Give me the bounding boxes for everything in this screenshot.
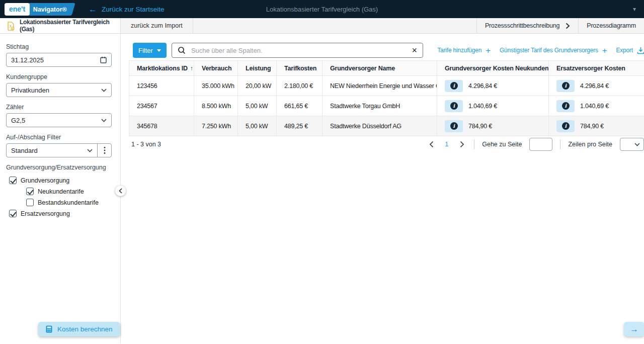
info-chip[interactable]: i [556,100,575,112]
next-step-button[interactable]: → [624,322,644,336]
cell-grundversorger: Stadtwerke Düsseldorf AG [323,116,437,136]
checkbox-box [26,199,34,206]
search-box: × [172,43,423,58]
back-link-label: Zurück zur Startseite [102,6,165,13]
cell-marktlokation: 123456 [129,76,194,96]
sort-asc-icon: ↑ [190,65,193,72]
chevron-down-icon [101,119,107,122]
chevron-right-icon [460,141,464,148]
info-chip[interactable]: i [556,80,575,92]
column-header-gv-kosten-neukunden[interactable]: Grundversorger Kosten Neukunden [437,61,549,76]
table-row[interactable]: 234567 8.500 kWh 5,00 kW 661,65 € Stadtw… [129,96,644,116]
checkbox-ersatzversorgung[interactable]: Ersatzversorgung [9,210,120,217]
info-icon: i [562,122,570,130]
plus-icon: + [602,46,607,55]
calculate-costs-label: Kosten berechnen [57,325,113,333]
cost-value: 784,90 € [580,123,604,130]
enet-navigator-logo: ene't Navigator® [5,3,73,16]
chevron-left-icon [119,188,122,194]
cell-verbrauch: 8.500 kWh [194,96,238,116]
column-header-marktlokation[interactable]: Marktlokations ID↑ [129,61,194,76]
document-icon [6,21,15,31]
goto-page-input[interactable] [529,138,552,151]
divider [560,139,560,149]
info-chip[interactable]: i [445,80,463,92]
pagination-bar: 1 - 3 von 3 1 Gehe zu Seite Zeilen p [129,136,644,152]
table-toolbar: Filter × Tarife hinzufügen + Günstigster… [133,43,644,58]
cell-marktlokation: 234567 [129,96,194,116]
next-page-button[interactable] [457,140,466,149]
cell-marktlokation: 345678 [129,116,194,136]
aufabschlag-select[interactable]: Standard [7,144,97,157]
aufabschlag-value: Standard [11,147,87,154]
sidebar-collapse-button[interactable] [115,186,126,196]
column-header-leistung[interactable]: Leistung [238,61,277,76]
info-chip[interactable]: i [556,120,575,132]
rows-per-page-select[interactable] [620,138,644,151]
tab-prozessschrittbeschreibung[interactable]: Prozessschrittbeschreibung [476,18,578,33]
cell-ersatzversorger-kosten: i 784,90 € [549,116,644,136]
table-row[interactable]: 345678 7.250 kWh 5,00 kW 489,25 € Stadtw… [129,116,644,136]
kundengruppe-select[interactable]: Privatkunden [6,83,112,97]
zaehler-value: G2,5 [11,117,101,124]
column-header-verbrauch[interactable]: Verbrauch [194,61,238,76]
caret-down-icon [157,49,161,52]
calculate-costs-button[interactable]: Kosten berechnen [38,322,120,336]
export-button[interactable]: Export [616,47,644,54]
kundengruppe-label: Kundengruppe [6,73,112,80]
chevron-down-icon [101,89,107,92]
tab-zurueck-zum-import[interactable]: zurück zum Import [121,18,193,33]
info-chip[interactable]: i [445,100,463,112]
aufabschlag-group: Auf-/Abschlag Filter Standard [6,134,112,157]
cost-value: 4.296,84 € [468,82,497,90]
cell-leistung: 20,00 kW [238,76,277,96]
cost-value: 1.040,69 € [580,103,609,110]
cell-grundversorger: Stadtwerke Torgau GmbH [323,96,437,116]
cell-gv-kosten-neukunden: i 4.296,84 € [437,76,549,96]
aufabschlag-combo: Standard [6,143,112,157]
checkbox-box [26,188,34,195]
checkbox-bestandskundentarife[interactable]: Bestandskundentarife [26,199,120,206]
cell-ersatzversorger-kosten: i 1.040,69 € [549,96,644,116]
tab-active-label: Lokationsbasierter Tarifvergleich (Gas) [20,19,120,33]
checkbox-label: Neukundentarife [38,188,84,195]
filter-button[interactable]: Filter [133,43,167,58]
checkbox-neukundentarife[interactable]: Neukundentarife [26,188,120,195]
cell-leistung: 5,00 kW [238,116,277,136]
cell-grundversorger: NEW Niederrhein Energie und Wasser GmbH [323,76,437,96]
cheapest-tariff-button[interactable]: Günstigster Tarif des Grundversorgers + [500,46,607,55]
clear-search-icon[interactable]: × [412,46,417,55]
caret-down-icon[interactable]: ▾ [633,6,636,13]
page-number[interactable]: 1 [443,141,450,148]
info-icon: i [562,102,570,110]
previous-page-button[interactable] [427,140,436,149]
table-row[interactable]: 123456 35.000 kWh 20,00 kW 2.180,00 € NE… [129,76,644,96]
plus-icon: + [486,46,491,55]
column-header-ersatzversorger-kosten[interactable]: Ersatzversorger Kosten [549,61,644,76]
filter-button-label: Filter [138,47,153,54]
zaehler-select[interactable]: G2,5 [6,113,112,127]
aufabschlag-menu-button[interactable] [97,144,111,157]
tab-prozessdiagramm[interactable]: Prozessdiagramm [578,18,644,33]
tab-tarifvergleich-active[interactable]: Lokationsbasierter Tarifvergleich (Gas) [0,18,121,33]
cell-tarifkosten: 2.180,00 € [277,76,323,96]
cell-tarifkosten: 489,25 € [277,116,323,136]
info-chip[interactable]: i [445,120,463,132]
chevron-down-icon [87,149,93,152]
column-header-grundversorger-name[interactable]: Grundversorger Name [323,61,437,76]
add-tariffs-button[interactable]: Tarife hinzufügen + [437,46,491,55]
back-to-start-link[interactable]: ← Zurück zur Startseite [89,5,165,14]
checkbox-grundversorgung[interactable]: Grundversorgung [9,177,120,184]
top-bar: ene't Navigator® ← Zurück zur Startseite… [0,0,644,18]
cell-verbrauch: 35.000 kWh [194,76,238,96]
checkbox-label: Ersatzversorgung [21,210,70,217]
main-panel: Filter × Tarife hinzufügen + Günstigster… [121,34,644,343]
search-input[interactable] [190,46,407,55]
checkbox-box [9,177,17,184]
stichtag-date-input[interactable]: 31.12.2025 [6,53,112,67]
stichtag-group: Stichtag 31.12.2025 [6,43,112,67]
download-icon [637,47,644,54]
tabbar-spacer [193,18,476,33]
cell-verbrauch: 7.250 kWh [194,116,238,136]
column-header-tarifkosten[interactable]: Tarifkosten [277,61,323,76]
